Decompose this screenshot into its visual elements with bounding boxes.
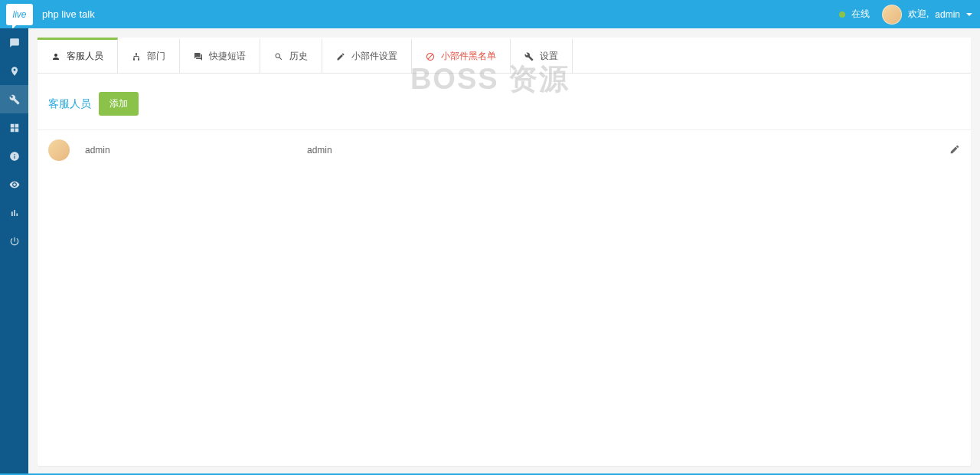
header-right: 在线 欢迎, admin: [839, 5, 972, 25]
tab-label: 部门: [147, 50, 165, 63]
tab-label: 小部件黑名单: [441, 50, 496, 63]
grid-icon: [9, 123, 20, 133]
chevron-down-icon: [966, 13, 972, 16]
sidebar-item-location[interactable]: [0, 57, 28, 85]
welcome-prefix: 欢迎,: [908, 8, 929, 21]
eye-icon: [9, 179, 20, 190]
tab-history[interactable]: 历史: [260, 38, 322, 73]
logo[interactable]: live: [6, 4, 33, 25]
wrench-icon: [524, 52, 534, 61]
sidebar: [0, 28, 28, 475]
operator-display-name: admin: [85, 145, 292, 156]
avatar: [882, 5, 902, 25]
tab-label: 设置: [540, 50, 558, 63]
main: 客服人员 部门 快捷短语 历史 小部件设置 小部件黑名单: [28, 28, 980, 475]
sidebar-item-power[interactable]: [0, 227, 28, 255]
heading-row: 客服人员 添加: [38, 74, 971, 130]
wrench-icon: [9, 94, 20, 105]
tab-widget-blacklist[interactable]: 小部件黑名单: [412, 38, 511, 73]
page-title: 客服人员: [48, 97, 91, 111]
header-left: live php live talk: [0, 4, 95, 25]
sidebar-item-reports[interactable]: [0, 198, 28, 227]
comment-icon: [9, 38, 20, 48]
power-off-icon: [9, 236, 20, 247]
tab-operators[interactable]: 客服人员: [38, 38, 118, 73]
status-dot-icon: [839, 11, 845, 18]
search-icon: [274, 52, 283, 61]
tab-canned[interactable]: 快捷短语: [180, 38, 260, 73]
status-label: 在线: [851, 8, 870, 21]
bar-chart-icon: [9, 208, 20, 218]
sidebar-item-chat[interactable]: [0, 28, 28, 57]
sidebar-item-tools[interactable]: [0, 85, 28, 113]
welcome-username: admin: [935, 9, 960, 20]
operator-row: admin admin: [38, 130, 971, 170]
svg-rect-1: [133, 58, 135, 60]
header: live php live talk 在线 欢迎, admin: [0, 0, 980, 28]
logo-text: live: [12, 9, 26, 20]
app-title: php live talk: [42, 8, 95, 20]
add-button[interactable]: 添加: [99, 92, 139, 116]
tab-widget-settings[interactable]: 小部件设置: [322, 38, 412, 73]
comments-icon: [194, 52, 203, 61]
status-indicator[interactable]: 在线: [839, 8, 870, 21]
operator-username: admin: [307, 145, 934, 156]
user-icon: [51, 52, 60, 61]
tab-settings[interactable]: 设置: [511, 38, 573, 73]
svg-rect-2: [138, 58, 139, 60]
tab-departments[interactable]: 部门: [118, 38, 180, 73]
map-marker-icon: [9, 66, 20, 77]
tab-label: 快捷短语: [209, 50, 246, 63]
content-card: 客服人员 部门 快捷短语 历史 小部件设置 小部件黑名单: [38, 38, 971, 466]
sidebar-item-info[interactable]: [0, 142, 28, 170]
ban-icon: [426, 52, 435, 61]
sidebar-item-grid[interactable]: [0, 113, 28, 142]
tab-label: 历史: [289, 50, 308, 63]
svg-rect-0: [136, 53, 137, 54]
sitemap-icon: [132, 52, 141, 61]
pencil-icon: [336, 52, 345, 61]
tabs-row: 客服人员 部门 快捷短语 历史 小部件设置 小部件黑名单: [38, 38, 971, 74]
avatar: [48, 139, 70, 161]
operator-actions: [949, 144, 960, 157]
user-menu[interactable]: 欢迎, admin: [882, 5, 972, 25]
tab-label: 客服人员: [67, 50, 103, 63]
sidebar-item-eye[interactable]: [0, 170, 28, 198]
edit-icon[interactable]: [949, 144, 960, 155]
info-circle-icon: [9, 151, 20, 162]
tab-label: 小部件设置: [351, 50, 397, 63]
